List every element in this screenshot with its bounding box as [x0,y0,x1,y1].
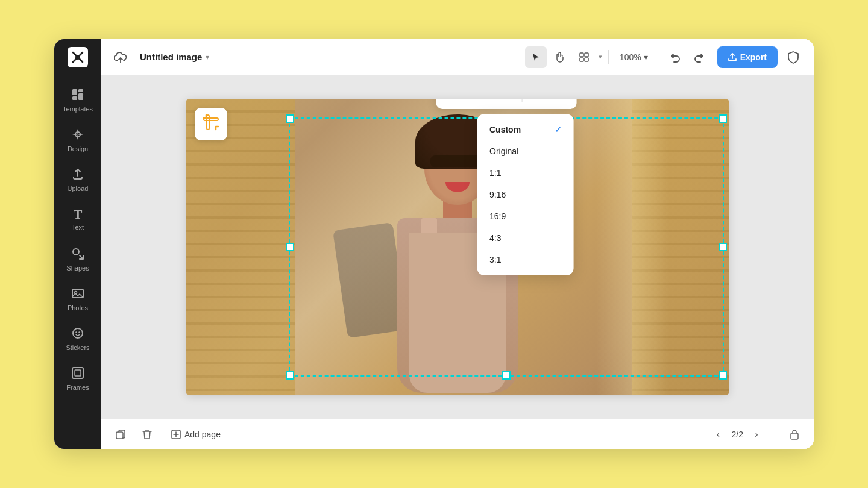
svg-rect-22 [791,433,798,439]
sidebar-item-label-templates: Templates [63,105,93,113]
crop-tool-icon [202,113,220,136]
logo-icon [68,47,88,67]
text-icon: T [74,208,83,221]
svg-rect-4 [72,96,77,100]
templates-icon [71,88,84,103]
sidebar-item-shapes[interactable]: Shapes [57,240,99,278]
shield-button[interactable] [782,46,804,68]
sidebar-item-templates[interactable]: Templates [57,81,99,119]
header-divider-1 [608,50,609,64]
svg-rect-13 [75,370,81,376]
shutter-left [186,99,295,395]
sidebar-item-label-design: Design [68,145,88,152]
sidebar-item-label-upload: Upload [68,185,89,192]
undo-button[interactable] [664,46,686,68]
svg-rect-2 [78,89,83,92]
svg-rect-3 [78,93,83,100]
canvas-area[interactable]: Custom ▾ ✕ ✓ Custom [101,75,814,419]
lock-page-button[interactable] [785,425,804,444]
sidebar-item-stickers[interactable]: Stickers [57,320,99,357]
select-tool-button[interactable] [525,46,547,68]
file-title[interactable]: Untitled image ▾ [135,49,214,64]
footer-divider [775,428,775,440]
duplicate-page-button[interactable] [111,425,130,444]
main-area: Untitled image ▾ ▾ 100% ▾ [101,39,814,449]
svg-rect-20 [116,432,123,439]
sidebar: Templates Design Upload T Text Shapes [54,39,101,449]
design-icon [71,128,84,143]
prev-page-button[interactable]: ‹ [710,426,727,443]
sidebar-item-label-stickers: Stickers [66,344,89,351]
svg-rect-19 [207,115,209,130]
upload-icon [71,167,84,183]
header-divider-2 [659,50,659,64]
svg-rect-16 [580,58,583,61]
svg-point-6 [73,249,79,255]
zoom-chevron-icon: ▾ [644,52,648,62]
canvas-frame: Custom ▾ ✕ ✓ Custom [186,99,729,395]
footer: Add page ‹ 2/2 › [101,419,814,449]
stickers-icon [71,327,84,342]
footer-pagination: ‹ 2/2 › [710,426,765,443]
shutter-right [632,99,729,395]
hand-tool-button[interactable] [549,46,571,68]
export-button[interactable]: Export [717,46,778,68]
header: Untitled image ▾ ▾ 100% ▾ [101,39,814,75]
next-page-icon: › [755,429,758,440]
page-info-text: 2/2 [732,430,743,439]
cloud-save-button[interactable] [111,48,130,67]
svg-point-9 [73,328,83,338]
add-page-label: Add page [184,430,221,439]
file-title-text: Untitled image [140,52,202,62]
next-page-button[interactable]: › [748,426,765,443]
prev-page-icon: ‹ [717,429,720,440]
svg-point-11 [78,331,80,333]
sidebar-item-upload[interactable]: Upload [57,161,99,198]
sidebar-item-label-photos: Photos [68,304,88,311]
export-label: Export [740,52,767,62]
sidebar-item-photos[interactable]: Photos [57,280,99,318]
person-silhouette [352,114,563,395]
header-right: Export [717,46,804,68]
svg-rect-14 [580,53,583,57]
zoom-button[interactable]: 100% ▾ [614,46,654,68]
svg-point-10 [75,331,77,333]
crop-icon-box [195,108,227,140]
sidebar-item-frames[interactable]: Frames [57,360,99,397]
add-page-button[interactable]: Add page [164,425,228,444]
sidebar-item-label-frames: Frames [66,384,89,391]
sidebar-item-design[interactable]: Design [57,121,99,158]
footer-left: Add page [111,425,228,444]
shapes-icon [71,247,84,262]
sidebar-logo [54,39,101,75]
svg-rect-1 [72,89,77,95]
photos-icon [71,287,84,302]
zoom-level-text: 100% [620,52,641,62]
redo-button[interactable] [688,46,710,68]
delete-page-button[interactable] [137,425,157,444]
layout-tool-button[interactable] [573,46,595,68]
chevron-down-icon: ▾ [206,53,209,61]
svg-rect-17 [585,58,588,61]
svg-rect-15 [585,53,588,57]
sidebar-item-label-shapes: Shapes [66,264,89,272]
app-window: Templates Design Upload T Text Shapes [54,39,814,449]
header-center: ▾ 100% ▾ [525,46,710,68]
photo-background [186,99,729,395]
frames-icon [71,366,84,381]
header-left: Untitled image ▾ [111,48,518,67]
svg-rect-12 [72,368,83,378]
sidebar-item-label-text: Text [72,224,84,231]
sidebar-item-text[interactable]: T Text [57,201,99,238]
